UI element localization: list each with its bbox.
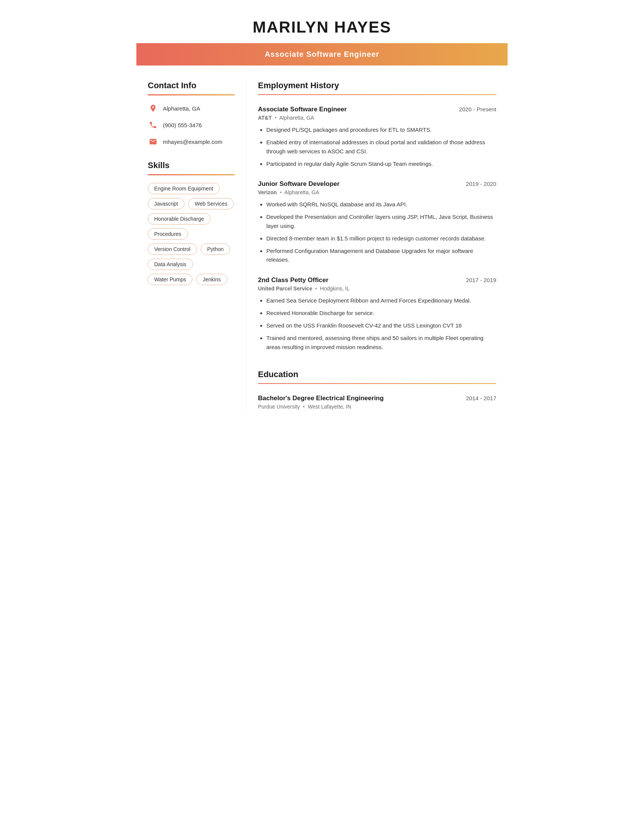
job-bullet: Trained and mentored, assessing three sh… — [266, 334, 496, 351]
job-bullet: Earned Sea Service Deployment Ribbon and… — [266, 296, 496, 305]
job-bullet: Designed PL/SQL packages and procedures … — [266, 125, 496, 134]
resume-name: MARILYN HAYES — [136, 0, 508, 43]
job-block: 2nd Class Petty Officer2017 - 2019United… — [258, 277, 496, 351]
job-bullet: Performed Configuration Management and D… — [266, 246, 496, 264]
job-header: 2nd Class Petty Officer2017 - 2019 — [258, 277, 496, 284]
main-section: Employment History Associate Software En… — [246, 80, 496, 414]
edu-school: Purdue University • West Lafayette, IN — [258, 404, 496, 410]
resume-title-bar: Associate Software Engineer — [136, 43, 508, 66]
job-block: Junior Software Developer2019 - 2020Veri… — [258, 180, 496, 264]
skills-list: Engine Room EquipmentJavascriptWeb Servi… — [148, 183, 235, 285]
contact-phone-text: (900) 555-3476 — [163, 122, 202, 129]
job-bullets: Earned Sea Service Deployment Ribbon and… — [258, 296, 496, 351]
education-divider — [258, 383, 496, 384]
job-bullet: Worked with SQRRL NoSQL database and its… — [266, 200, 496, 209]
job-bullet: Received Honorable Discharge for service… — [266, 309, 496, 317]
skill-tag: Engine Room Equipment — [148, 183, 220, 194]
skill-tag: Python — [201, 243, 230, 255]
job-bullets: Worked with SQRRL NoSQL database and its… — [258, 200, 496, 264]
skills-divider — [148, 174, 235, 175]
job-dates: 2017 - 2019 — [466, 277, 496, 283]
education-section-title: Education — [258, 370, 496, 380]
job-title: Junior Software Developer — [258, 180, 340, 188]
contact-phone: (900) 555-3476 — [148, 120, 235, 130]
job-company: Verizon • Alpharetta, GA — [258, 189, 496, 195]
employment-section-title: Employment History — [258, 80, 496, 90]
job-bullet: Developed the Presentation and Controlle… — [266, 212, 496, 230]
phone-icon — [148, 120, 158, 130]
job-bullet: Directed 8-member team in $1.5 million p… — [266, 234, 496, 243]
contact-divider — [148, 94, 235, 95]
job-header: Junior Software Developer2019 - 2020 — [258, 180, 496, 188]
contact-location: Alpharetta, GA — [148, 103, 235, 114]
email-icon — [148, 136, 158, 147]
contact-email-text: mhayes@example.com — [163, 138, 222, 145]
job-dates: 2019 - 2020 — [466, 181, 496, 187]
job-bullet: Served on the USS Franklin Roosevelt CV-… — [266, 321, 496, 330]
location-icon — [148, 103, 158, 114]
edu-dates: 2014 - 2017 — [466, 395, 496, 401]
skills-section-title: Skills — [148, 161, 235, 170]
job-company: AT&T • Alpharetta, GA — [258, 115, 496, 121]
skill-tag: Data Analysis — [148, 259, 193, 270]
edu-header: Bachelor's Degree Electrical Engineering… — [258, 394, 496, 402]
edu-degree: Bachelor's Degree Electrical Engineering — [258, 394, 384, 402]
job-bullets: Designed PL/SQL packages and procedures … — [258, 125, 496, 168]
skill-tag: Honorable Discharge — [148, 213, 211, 225]
edu-block: Bachelor's Degree Electrical Engineering… — [258, 394, 496, 410]
job-company: United Parcel Service • Hodgkins, IL — [258, 286, 496, 291]
contact-section-title: Contact Info — [148, 80, 235, 90]
contact-location-text: Alpharetta, GA — [163, 105, 200, 112]
skill-tag: Jenkins — [196, 274, 227, 285]
skill-tag: Version Control — [148, 243, 197, 255]
skill-tag: Javascript — [148, 198, 185, 209]
job-block: Associate Software Engineer2020 - Presen… — [258, 106, 496, 168]
job-dates: 2020 - Present — [459, 106, 496, 113]
job-title: 2nd Class Petty Officer — [258, 277, 328, 284]
job-title: Associate Software Engineer — [258, 106, 347, 113]
education-section: Education Bachelor's Degree Electrical E… — [258, 370, 496, 410]
contact-email: mhayes@example.com — [148, 136, 235, 147]
edu-container: Bachelor's Degree Electrical Engineering… — [258, 394, 496, 410]
job-bullet: Enabled entry of international addresses… — [266, 138, 496, 156]
job-header: Associate Software Engineer2020 - Presen… — [258, 106, 496, 113]
resume-title: Associate Software Engineer — [265, 50, 380, 58]
sidebar: Contact Info Alpharetta, GA (900) — [148, 80, 246, 414]
skills-section: Skills Engine Room EquipmentJavascriptWe… — [148, 161, 235, 285]
job-bullet: Participated in regular daily Agile Scru… — [266, 159, 496, 168]
skill-tag: Web Services — [188, 198, 234, 209]
jobs-container: Associate Software Engineer2020 - Presen… — [258, 106, 496, 351]
skill-tag: Water Pumps — [148, 274, 192, 285]
employment-divider — [258, 94, 496, 95]
skill-tag: Procedures — [148, 228, 188, 240]
